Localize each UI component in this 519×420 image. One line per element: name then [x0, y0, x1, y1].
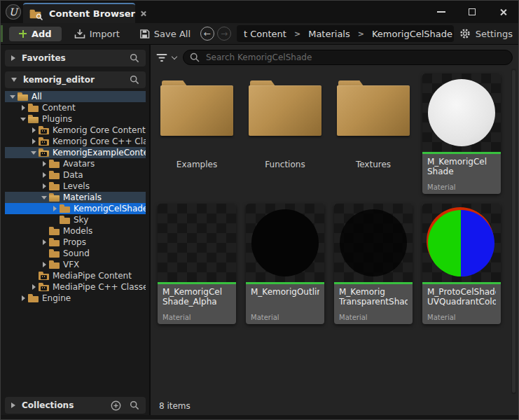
folder-tree: AllContentPluginsKemorig Core ContentKem… [5, 91, 146, 304]
search-icon[interactable] [130, 53, 139, 63]
tree-arrow-cell [29, 151, 38, 155]
breadcrumb-segment-kemorigcelshade[interactable]: KemorigCelShade [372, 29, 452, 39]
tree-item-mediapipe-c-classes[interactable]: MediaPipe C++ Classes [5, 281, 146, 293]
folder-tile-examples[interactable]: Examples [158, 74, 236, 194]
tree-item-data[interactable]: Data [5, 169, 146, 181]
tab-content-browser[interactable]: Content Browser [23, 3, 135, 23]
settings-button[interactable]: Settings [459, 28, 513, 39]
folder-body [249, 85, 321, 136]
folder-tile-label: Examples [177, 160, 217, 169]
breadcrumb-segment-materials[interactable]: Materials [308, 29, 350, 39]
asset-tile-m-kemorigcelshade-alpha[interactable]: M_KemorigCel Shade_AlphaMaterial [158, 204, 236, 324]
tree-item-engine[interactable]: Engine [5, 293, 146, 304]
item-count: 8 items [159, 401, 191, 411]
expand-arrow-icon[interactable] [11, 55, 15, 61]
tree-item-content[interactable]: Content [5, 102, 146, 113]
collapse-arrow-icon[interactable] [31, 151, 36, 155]
folder-tile-textures[interactable]: Textures [334, 74, 413, 194]
expand-arrow-icon[interactable] [43, 172, 46, 178]
expand-arrow-icon[interactable] [32, 127, 36, 133]
back-button[interactable]: ← [200, 27, 214, 41]
tree-item-label: Kemorig Core C++ Classe [53, 136, 146, 146]
tree-item-kemorigexamplecontent[interactable]: KemorigExampleContent [5, 147, 146, 158]
filter-icon[interactable] [156, 53, 167, 62]
tree-item-levels[interactable]: Levels [5, 181, 146, 192]
collapse-arrow-icon[interactable] [20, 118, 26, 121]
import-button-label: Import [90, 29, 120, 39]
expand-arrow-icon[interactable] [32, 139, 36, 144]
collapse-arrow-icon[interactable] [41, 196, 47, 200]
folder-plugin-open-icon [39, 148, 49, 157]
search-input[interactable] [205, 52, 506, 63]
tree-item-vfx[interactable]: VFX [5, 259, 146, 270]
tree-item-models[interactable]: Models [5, 225, 146, 237]
tree-item-props[interactable]: Props [5, 237, 146, 248]
expand-arrow-icon[interactable] [32, 284, 36, 290]
folder-tile-functions[interactable]: Functions [246, 74, 324, 194]
source-header[interactable]: kemorig_editor [5, 71, 146, 88]
save-all-button[interactable]: Save All [132, 26, 198, 42]
collections-header[interactable]: Collections [5, 397, 146, 414]
tree-item-plugins[interactable]: Plugins [5, 113, 146, 125]
asset-tile-m-kemorigoutline[interactable]: M_KemorigOutlineMaterial [246, 204, 324, 324]
transparent-thumbnail [158, 204, 236, 282]
folder-closed-icon [49, 238, 60, 246]
collapse-arrow-icon[interactable] [10, 95, 15, 99]
expand-arrow-icon[interactable] [53, 206, 57, 211]
expand-arrow-icon[interactable] [43, 183, 46, 189]
tree-item-materials[interactable]: Materials [5, 192, 146, 203]
minimize-button[interactable] [426, 1, 457, 23]
tree-item-kemorigcelshade[interactable]: KemorigCelShade [5, 203, 146, 214]
add-button[interactable]: Add [9, 27, 62, 41]
folder-closed-icon [49, 160, 60, 168]
folder-icon [160, 80, 233, 136]
settings-label: Settings [476, 29, 513, 39]
tree-item-all[interactable]: All [5, 91, 146, 102]
breadcrumb-segment-t-content[interactable]: t Content [244, 29, 286, 39]
window-controls [426, 1, 518, 23]
tree-item-label: Levels [63, 181, 90, 191]
asset-type-label: Material [251, 314, 319, 321]
tree-item-kemorig-core-content[interactable]: Kemorig Core Content [5, 125, 146, 136]
expand-arrow-icon[interactable] [22, 105, 25, 111]
asset-name: M_KemorigOutline [251, 287, 319, 297]
maximize-button[interactable] [457, 1, 487, 23]
asset-type-label: Material [427, 183, 496, 191]
tree-item-mediapipe-content[interactable]: MediaPipe Content [5, 270, 146, 281]
expand-arrow-icon[interactable] [22, 295, 25, 301]
vertical-scrollbar[interactable] [511, 69, 516, 394]
asset-tile-m-kemorigcelshade[interactable]: M_KemorigCel ShadeMaterial [422, 74, 501, 194]
asset-name: M_ProtoCelShade_ UVQuadrantColor [427, 287, 496, 307]
tree-arrow-cell [29, 139, 38, 144]
close-icon [499, 8, 507, 16]
expand-arrow-icon[interactable] [43, 239, 46, 245]
favorites-header[interactable]: Favorites [5, 50, 146, 66]
content-browser-tab-icon [30, 9, 41, 18]
tree-item-kemorig-core-c-classe[interactable]: Kemorig Core C++ Classe [5, 136, 146, 147]
uv-green-blue-sphere [428, 210, 494, 276]
expand-arrow-icon[interactable] [43, 262, 46, 267]
search-icon[interactable] [130, 400, 139, 410]
tree-item-avatars[interactable]: Avatars [5, 158, 146, 169]
expand-arrow-icon[interactable] [11, 402, 15, 408]
sidebar: Favorites kemorig_editor AllContentPlugi… [1, 45, 149, 415]
scrollbar-thumb[interactable] [512, 70, 515, 393]
tree-arrow-cell [8, 95, 17, 99]
asset-tile-m-kemorigtransparentshadow[interactable]: M_Kemorig TransparentShadowMaterial [334, 204, 413, 324]
search-icon[interactable] [130, 75, 139, 85]
add-collection-icon[interactable] [111, 400, 121, 411]
forward-button[interactable]: → [217, 27, 231, 41]
filter-dropdown-icon[interactable] [172, 53, 177, 59]
folder-closed-icon [49, 182, 60, 190]
expand-arrow-icon[interactable] [43, 161, 46, 167]
tree-item-sound[interactable]: Sound [5, 248, 146, 259]
unreal-engine-logo-icon: U [5, 4, 22, 20]
collapse-arrow-icon[interactable] [11, 78, 17, 82]
asset-tile-m-protocelshade-uvquadrantcolor[interactable]: M_ProtoCelShade_ UVQuadrantColorMaterial [422, 204, 501, 324]
tree-item-sky[interactable]: Sky [5, 214, 146, 225]
close-button[interactable] [487, 1, 518, 23]
tree-item-label: Props [63, 237, 86, 247]
import-button[interactable]: Import [67, 26, 127, 42]
folder-tile-label: Functions [265, 160, 305, 169]
search-box[interactable] [183, 50, 513, 65]
